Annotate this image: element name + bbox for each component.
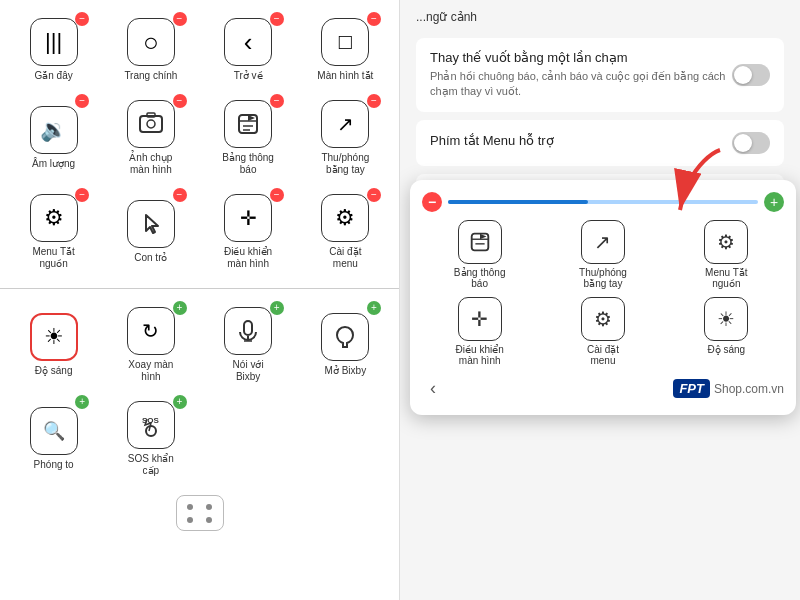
popup-menu: − + Bảng thôngbáo ↗ Thu/phóngbằng tay ⚙ …: [410, 180, 796, 415]
xoay-icon: ↻: [127, 307, 175, 355]
toggle-row: Thay thế vuốt bằng một lần chạm Phản hồi…: [430, 50, 770, 100]
svg-text:SOS: SOS: [142, 416, 160, 425]
add-btn[interactable]: +: [75, 395, 89, 409]
trang-chinh-icon: ○: [127, 18, 175, 66]
grid-item-tro-ve[interactable]: − ‹ Trở về: [203, 10, 294, 86]
add-btn[interactable]: +: [270, 301, 284, 315]
remove-btn[interactable]: −: [367, 12, 381, 26]
bixby-voice-icon: [224, 307, 272, 355]
popup-increase-btn[interactable]: +: [764, 192, 784, 212]
intro-text: ...ngữ cảnh: [400, 0, 800, 30]
remove-btn[interactable]: −: [173, 94, 187, 108]
dot: [187, 517, 193, 523]
page-indicator: [0, 487, 399, 539]
grid-item-anh-chup[interactable]: − Ảnh chụpmàn hình: [105, 92, 196, 180]
fpt-brand: FPT: [673, 379, 710, 398]
grid-item-xoay[interactable]: + ↻ Xoay mànhình: [105, 299, 196, 387]
grid-item-bang-thong-bao[interactable]: − Bảng thôngbáo: [203, 92, 294, 180]
popup-slider-track: [448, 200, 758, 204]
dot: [187, 504, 193, 510]
gan-day-icon: |||: [30, 18, 78, 66]
tro-ve-icon: ‹: [224, 18, 272, 66]
remove-btn[interactable]: −: [270, 94, 284, 108]
bang-thong-bao-label: Bảng thôngbáo: [222, 152, 274, 176]
popup-cai-dat-icon: ⚙: [581, 297, 625, 341]
grid-item-trang-chinh[interactable]: − ○ Trang chính: [105, 10, 196, 86]
grid-item-menu-tat[interactable]: − ⚙ Menu Tắtnguồn: [8, 186, 99, 274]
remove-btn[interactable]: −: [270, 188, 284, 202]
trang-chinh-label: Trang chính: [124, 70, 177, 82]
grid-item-mo-bixby[interactable]: + Mở Bixby: [300, 299, 391, 387]
mo-bixby-icon: [321, 313, 369, 361]
popup-item-dieu-khien[interactable]: ✛ Điều khiểnmàn hình: [422, 297, 537, 366]
popup-prev-btn[interactable]: ‹: [422, 374, 444, 403]
anh-chup-icon: [127, 100, 175, 148]
popup-dieu-khien-label: Điều khiểnmàn hình: [456, 344, 504, 366]
fpt-logo: FPT Shop.com.vn: [673, 379, 784, 398]
grid-item-gan-day[interactable]: − ||| Gắn đây: [8, 10, 99, 86]
grid-item-cai-dat[interactable]: − ⚙ Cài đặtmenu: [300, 186, 391, 274]
right-panel: ...ngữ cảnh Thay thế vuốt bằng một lần c…: [400, 0, 800, 600]
man-hinh-tat-icon: □: [321, 18, 369, 66]
cai-dat-icon: ⚙: [321, 194, 369, 242]
do-sang-icon: ☀: [30, 313, 78, 361]
grid-item-sos[interactable]: + SOS SOS khẩncấp: [105, 393, 196, 481]
popup-do-sang-label: Độ sáng: [707, 344, 745, 355]
popup-do-sang-icon: ☀: [704, 297, 748, 341]
popup-item-bang-thong-bao[interactable]: Bảng thôngbáo: [422, 220, 537, 289]
popup-item-thu-phong[interactable]: ↗ Thu/phóngbằng tay: [545, 220, 660, 289]
grid-item-man-hinh-tat[interactable]: − □ Màn hình tắt: [300, 10, 391, 86]
remove-btn[interactable]: −: [173, 188, 187, 202]
cai-dat-label: Cài đặtmenu: [329, 246, 361, 270]
sos-label: SOS khẩncấp: [128, 453, 174, 477]
menu-tat-icon: ⚙: [30, 194, 78, 242]
grid-item-con-tro[interactable]: − Con trỏ: [105, 186, 196, 274]
remove-btn[interactable]: −: [173, 12, 187, 26]
man-hinh-tat-label: Màn hình tắt: [317, 70, 373, 82]
bottom-grid: ☀ Độ sáng + ↻ Xoay mànhình + Nói vớiBixb…: [0, 293, 399, 487]
xoay-label: Xoay mànhình: [128, 359, 173, 383]
popup-slider-row: − +: [422, 192, 784, 212]
bixby-voice-label: Nói vớiBixby: [233, 359, 264, 383]
grid-item-do-sang[interactable]: ☀ Độ sáng: [8, 299, 99, 387]
svg-rect-0: [140, 116, 162, 132]
con-tro-icon: [127, 200, 175, 248]
popup-grid-row2: ✛ Điều khiểnmàn hình ⚙ Cài đặtmenu ☀ Độ …: [422, 297, 784, 366]
shortcut-toggle[interactable]: [732, 132, 770, 154]
remove-btn[interactable]: −: [75, 12, 89, 26]
popup-menu-tat-label: Menu Tắtnguồn: [705, 267, 748, 289]
dieu-khien-icon: ✛: [224, 194, 272, 242]
grid-item-phong-to[interactable]: + 🔍 Phóng to: [8, 393, 99, 481]
swipe-replace-title-block: Thay thế vuốt bằng một lần chạm Phản hồi…: [430, 50, 732, 100]
grid-item-thu-phong[interactable]: − ↗ Thu/phóngbằng tay: [300, 92, 391, 180]
thu-phong-label: Thu/phóngbằng tay: [321, 152, 369, 176]
svg-rect-8: [244, 321, 252, 335]
popup-slider-fill: [448, 200, 588, 204]
popup-item-do-sang[interactable]: ☀ Độ sáng: [669, 297, 784, 366]
swipe-replace-subtitle: Phản hồi chuông báo, cảnh báo và cuộc gọ…: [430, 69, 732, 100]
popup-nav: ‹ FPT Shop.com.vn: [422, 374, 784, 403]
popup-decrease-btn[interactable]: −: [422, 192, 442, 212]
fpt-suffix: Shop.com.vn: [714, 382, 784, 396]
popup-menu-tat-icon: ⚙: [704, 220, 748, 264]
add-btn[interactable]: +: [173, 301, 187, 315]
grid-item-bixby-voice[interactable]: + Nói vớiBixby: [203, 299, 294, 387]
grid-item-dieu-khien[interactable]: − ✛ Điều khiểnmàn hình: [203, 186, 294, 274]
svg-point-1: [147, 120, 155, 128]
popup-thu-phong-label: Thu/phóngbằng tay: [579, 267, 627, 289]
swipe-replace-toggle[interactable]: [732, 64, 770, 86]
left-panel: − ||| Gắn đây − ○ Trang chính − ‹ Trở về…: [0, 0, 400, 600]
popup-thu-phong-icon: ↗: [581, 220, 625, 264]
remove-btn[interactable]: −: [367, 94, 381, 108]
popup-item-cai-dat-menu[interactable]: ⚙ Cài đặtmenu: [545, 297, 660, 366]
add-btn[interactable]: +: [173, 395, 187, 409]
am-luong-icon: 🔉: [30, 106, 78, 154]
remove-btn[interactable]: −: [75, 188, 89, 202]
popup-item-menu-tat[interactable]: ⚙ Menu Tắtnguồn: [669, 220, 784, 289]
remove-btn[interactable]: −: [367, 188, 381, 202]
grid-item-am-luong[interactable]: − 🔉 Âm lượng: [8, 92, 99, 180]
phong-to-label: Phóng to: [34, 459, 74, 471]
remove-btn[interactable]: −: [270, 12, 284, 26]
remove-btn[interactable]: −: [75, 94, 89, 108]
add-btn[interactable]: +: [367, 301, 381, 315]
